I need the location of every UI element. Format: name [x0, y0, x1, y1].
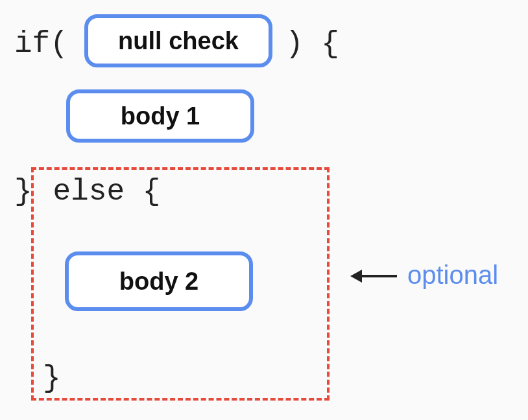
box-body1-label: body 1 [121, 102, 200, 130]
box-body2-label: body 2 [119, 268, 198, 296]
code-close-brace-1: } [14, 175, 32, 209]
diagram-canvas: if( null check ) { body 1 } else { body … [0, 0, 528, 420]
code-else: else { [35, 175, 160, 209]
code-final-brace: } [43, 362, 61, 395]
box-body1: body 1 [66, 89, 254, 143]
code-if-close: ) { [285, 27, 339, 61]
box-body2: body 2 [65, 251, 253, 311]
box-null-check: null check [84, 14, 272, 67]
annotation-optional: optional [407, 261, 498, 290]
box-null-check-label: null check [118, 27, 239, 55]
code-if-open: if( [14, 27, 68, 61]
arrow-line [361, 275, 397, 277]
